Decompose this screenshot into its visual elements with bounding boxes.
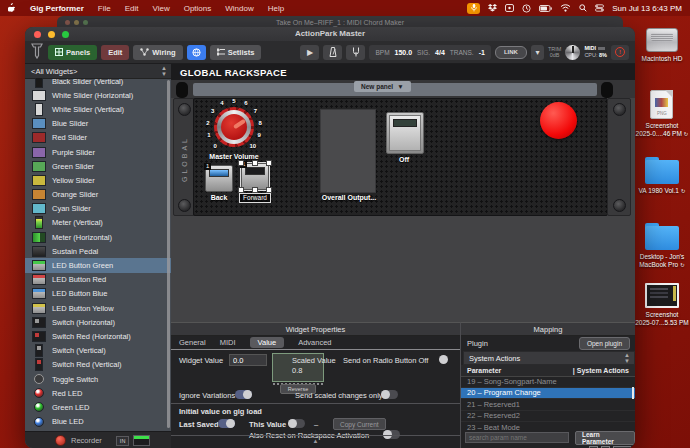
widget-value-input[interactable] xyxy=(229,354,267,366)
selection-handle[interactable] xyxy=(252,187,258,193)
microphone-icon[interactable] xyxy=(467,3,480,14)
menu-item-file[interactable]: File xyxy=(91,4,118,13)
menu-item-view[interactable]: View xyxy=(145,4,176,13)
screen-recording-icon[interactable] xyxy=(505,4,514,12)
chevron-down-icon[interactable]: ▾ xyxy=(531,45,544,60)
desktop-icon-png[interactable]: PNGScreenshot2025-0....46 PM↻ xyxy=(636,90,689,138)
ableton-link-button[interactable]: LINK xyxy=(495,46,527,59)
search-icon[interactable] xyxy=(579,4,587,12)
send-scaled-toggle[interactable] xyxy=(381,390,398,399)
sync-icon[interactable] xyxy=(522,4,531,13)
widget-list-scrollbar[interactable] xyxy=(167,80,170,428)
desktop-icon-shot[interactable]: Screenshot2025-07...5.53 PM xyxy=(635,283,688,327)
record-icon[interactable] xyxy=(55,435,66,446)
global-gain-knob[interactable] xyxy=(565,45,580,60)
widget-properties-header[interactable]: Widget Properties xyxy=(171,323,460,336)
widget-item[interactable]: LED Button Green xyxy=(25,258,171,272)
setlists-button[interactable]: Setlists xyxy=(210,45,262,60)
menu-item-options[interactable]: Options xyxy=(177,4,219,13)
output-meter-widget[interactable] xyxy=(320,109,376,193)
this-value-toggle[interactable] xyxy=(288,419,305,428)
mapping-row[interactable]: 23 – Beat Mode xyxy=(461,422,635,430)
widget-item[interactable]: Toggle Switch xyxy=(25,372,171,386)
widget-item[interactable]: Switch Red (Horizontal) xyxy=(25,329,171,343)
menu-item-gig-performer[interactable]: Gig Performer xyxy=(23,4,91,13)
widget-item[interactable]: Cyan Slider xyxy=(25,202,171,216)
this-value-slider[interactable]: – xyxy=(314,420,318,429)
master-volume-knob[interactable]: 012345678910 Master Volume xyxy=(196,100,272,164)
copy-current-button[interactable]: Copy Current xyxy=(333,418,386,430)
mapping-row[interactable]: 19 – Song-Songpart-Name xyxy=(461,376,635,388)
param-search-input[interactable] xyxy=(465,432,569,443)
widget-item[interactable]: White Slider (Vertical) xyxy=(25,102,171,116)
widget-item[interactable]: White Slider (Horizontal) xyxy=(25,88,171,102)
mapping-scrollbar[interactable] xyxy=(632,387,634,399)
menu-item-edit[interactable]: Edit xyxy=(118,4,146,13)
collapse-panel-arrow[interactable]: ▲ xyxy=(171,435,460,447)
back-led-button[interactable]: 1 Back xyxy=(202,165,236,201)
mapping-source-dropdown[interactable]: System Actions ▲▼ xyxy=(463,351,635,365)
ignore-variations-toggle[interactable] xyxy=(235,390,252,399)
mapping-row[interactable]: 20 – Program Change xyxy=(461,388,635,400)
mapping-row[interactable]: 22 – Reserved2 xyxy=(461,411,635,423)
widget-item[interactable]: Switch Red (Vertical) xyxy=(25,358,171,372)
control-center-icon[interactable] xyxy=(595,4,604,12)
widget-item[interactable]: LED Button Red xyxy=(25,273,171,287)
desktop-icon-folder[interactable]: Desktop - Jon'sMacBook Pro↻ xyxy=(639,222,685,269)
selection-outline[interactable]: 1 xyxy=(241,163,269,190)
tab-midi[interactable]: MIDI xyxy=(220,338,236,347)
widget-item[interactable]: Blue Slider xyxy=(25,117,171,131)
tuner-button[interactable] xyxy=(346,45,365,60)
desktop-icon-folder[interactable]: VA 1980 Vol.1↻ xyxy=(639,156,686,195)
panels-button[interactable]: Panels xyxy=(48,45,97,60)
rack-panel[interactable]: 012345678910 Master Volume xyxy=(193,98,608,216)
selection-handle[interactable] xyxy=(238,187,244,193)
widget-item[interactable]: Red LED xyxy=(25,386,171,400)
widget-item[interactable]: LED Button Yellow xyxy=(25,301,171,315)
apple-menu-icon[interactable] xyxy=(8,3,17,14)
widget-item[interactable]: Sustain Pedal xyxy=(25,244,171,258)
red-led-widget[interactable] xyxy=(540,102,577,139)
widget-item[interactable]: Switch (Vertical) xyxy=(25,344,171,358)
send-radio-toggle[interactable] xyxy=(439,355,448,364)
tab-value[interactable]: Value xyxy=(250,337,285,348)
window-titlebar[interactable]: ActionPark Master xyxy=(25,27,635,41)
wiring-button[interactable]: Wiring xyxy=(133,45,182,60)
metronome-button[interactable] xyxy=(323,45,342,60)
battery-icon[interactable] xyxy=(539,5,552,12)
dropbox-icon[interactable] xyxy=(488,4,497,12)
mapping-header[interactable]: Mapping xyxy=(461,323,635,336)
widget-item[interactable]: Meter (Horizontal) xyxy=(25,230,171,244)
selection-handle[interactable] xyxy=(266,160,272,166)
learn-parameter-button[interactable]: Learn Parameter xyxy=(575,431,635,445)
tab-advanced[interactable]: Advanced xyxy=(298,338,331,347)
widget-item[interactable]: Orange Slider xyxy=(25,188,171,202)
wifi-icon[interactable] xyxy=(560,4,571,12)
off-led-button[interactable]: Off xyxy=(386,112,422,163)
selection-handle[interactable] xyxy=(238,160,244,166)
widget-item[interactable]: LED Button Blue xyxy=(25,287,171,301)
widget-filter-dropdown[interactable]: <All Widgets> ▲▼ xyxy=(25,64,171,79)
menu-item-help[interactable]: Help xyxy=(261,4,291,13)
menu-item-window[interactable]: Window xyxy=(218,4,260,13)
widget-item[interactable]: Black Slider (Vertical) xyxy=(25,78,171,88)
global-rackspace-button[interactable] xyxy=(187,45,206,60)
widget-item[interactable]: Meter (Vertical) xyxy=(25,216,171,230)
widget-item[interactable]: Green LED xyxy=(25,400,171,414)
edit-button[interactable]: Edit xyxy=(101,45,129,60)
widget-item[interactable]: Yellow Slider xyxy=(25,173,171,187)
selection-handle[interactable] xyxy=(252,160,258,166)
widget-item[interactable]: Red Slider xyxy=(25,131,171,145)
selection-handle[interactable] xyxy=(266,187,272,193)
menu-bar-clock[interactable]: Sun Jul 13 6:43 PM xyxy=(612,4,682,13)
play-button[interactable]: ▶ xyxy=(300,45,319,60)
widget-item[interactable]: Purple Slider xyxy=(25,145,171,159)
new-panel-button[interactable]: New panel ▼ xyxy=(354,81,411,92)
widget-item[interactable]: Switch (Horizontal) xyxy=(25,315,171,329)
forward-led-button-selected[interactable]: 1 Forward xyxy=(238,163,272,203)
tab-general[interactable]: General xyxy=(179,338,206,347)
mapping-row[interactable]: 21 – Reserved1 xyxy=(461,399,635,411)
widget-item[interactable]: Blue LED xyxy=(25,415,171,429)
tempo-display[interactable]: BPM 150.0 SIG. 4/4 TRANS. -1 xyxy=(369,45,490,60)
desktop-icon-drive[interactable]: Macintosh HD xyxy=(642,28,683,63)
